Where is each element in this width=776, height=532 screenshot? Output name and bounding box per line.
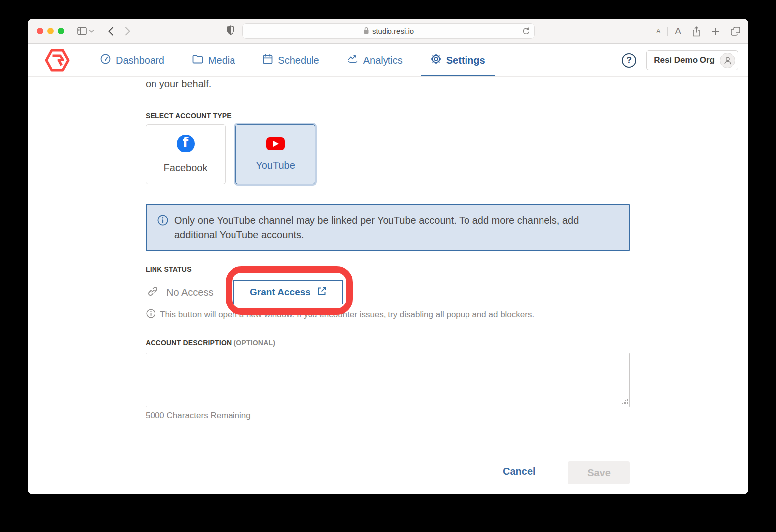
nav-item-media[interactable]: Media [183, 44, 244, 76]
user-avatar-icon [720, 53, 735, 68]
link-status-label: LINK STATUS [146, 265, 192, 273]
nav-item-dashboard[interactable]: Dashboard [91, 44, 174, 76]
link-status-value: No Access [147, 286, 213, 299]
cancel-button[interactable]: Cancel [503, 466, 536, 477]
grant-access-button[interactable]: Grant Access [233, 280, 343, 304]
popup-blocker-note: This button will open a new window. If y… [146, 309, 534, 321]
browser-window: studio.resi.io A A [28, 19, 748, 494]
analytics-chart-icon [347, 54, 358, 66]
browser-toolbar: studio.resi.io A A [28, 19, 748, 44]
note-text: This button will open a new window. If y… [160, 310, 534, 320]
forward-icon[interactable] [125, 27, 130, 36]
characters-remaining: 5000 Characters Remaining [146, 411, 251, 421]
decrease-text-size-button[interactable]: A [656, 28, 660, 35]
schedule-calendar-icon [263, 54, 273, 67]
nav-item-label: Settings [446, 55, 485, 66]
account-description-label: ACCOUNT DESCRIPTION (OPTIONAL) [146, 339, 275, 347]
share-icon[interactable] [692, 26, 700, 37]
banner-text: Only one YouTube channel may be linked p… [174, 213, 609, 242]
lock-icon [363, 27, 369, 36]
address-bar[interactable]: studio.resi.io [242, 23, 535, 39]
help-button[interactable]: ? [622, 53, 636, 68]
back-icon[interactable] [108, 27, 114, 36]
increase-text-size-button[interactable]: A [675, 26, 681, 37]
status-text: No Access [166, 287, 213, 298]
nav-item-analytics[interactable]: Analytics [338, 44, 412, 76]
nav-item-label: Dashboard [116, 55, 164, 66]
app-navbar: Dashboard Media [28, 44, 748, 77]
org-name: Resi Demo Org [654, 55, 715, 65]
save-button[interactable]: Save [568, 461, 630, 484]
settings-gear-icon [431, 54, 441, 67]
info-icon [157, 215, 168, 242]
minimize-window-button[interactable] [47, 28, 54, 34]
account-type-youtube-card[interactable]: YouTube [235, 124, 315, 184]
org-menu-button[interactable]: Resi Demo Org [646, 50, 738, 70]
facebook-logo-icon: f [177, 135, 195, 152]
url-text: studio.resi.io [372, 27, 414, 35]
optional-tag: (OPTIONAL) [233, 339, 275, 347]
window-controls [37, 28, 64, 34]
intro-text: on your behalf. [146, 78, 211, 90]
reload-icon[interactable] [522, 27, 530, 37]
nav-item-settings[interactable]: Settings [421, 44, 495, 76]
nav-item-schedule[interactable]: Schedule [253, 44, 328, 76]
dashboard-gauge-icon [100, 54, 111, 67]
resi-logo[interactable] [28, 44, 86, 76]
tab-overview-icon[interactable] [731, 27, 740, 36]
card-label: Facebook [164, 162, 208, 174]
zoom-window-button[interactable] [58, 28, 64, 34]
unlink-icon [147, 286, 159, 299]
youtube-info-banner: Only one YouTube channel may be linked p… [146, 204, 630, 251]
sidebar-toggle-icon[interactable] [77, 27, 87, 35]
nav-item-label: Schedule [278, 55, 319, 66]
card-label: YouTube [256, 160, 295, 171]
media-folder-icon [192, 54, 203, 66]
screen: studio.resi.io A A [0, 0, 776, 532]
new-tab-icon[interactable] [711, 27, 720, 36]
settings-social-link-panel: on your behalf. SELECT ACCOUNT TYPE f Fa… [28, 77, 748, 494]
nav-item-label: Analytics [363, 55, 403, 66]
youtube-logo-icon [266, 137, 285, 150]
external-link-icon [317, 286, 327, 299]
select-account-type-label: SELECT ACCOUNT TYPE [146, 112, 232, 120]
privacy-shield-icon[interactable] [227, 25, 234, 35]
nav-item-label: Media [208, 55, 235, 66]
close-window-button[interactable] [37, 28, 43, 34]
account-type-facebook-card[interactable]: f Facebook [146, 124, 226, 184]
account-type-cards: f Facebook YouTube [146, 124, 315, 184]
info-icon [146, 309, 155, 321]
divider [667, 27, 668, 36]
chevron-down-icon[interactable] [89, 29, 94, 33]
account-description-input[interactable] [146, 353, 630, 407]
primary-navigation: Dashboard Media [86, 44, 499, 76]
help-label: ? [626, 55, 631, 65]
grant-access-label: Grant Access [250, 287, 310, 298]
